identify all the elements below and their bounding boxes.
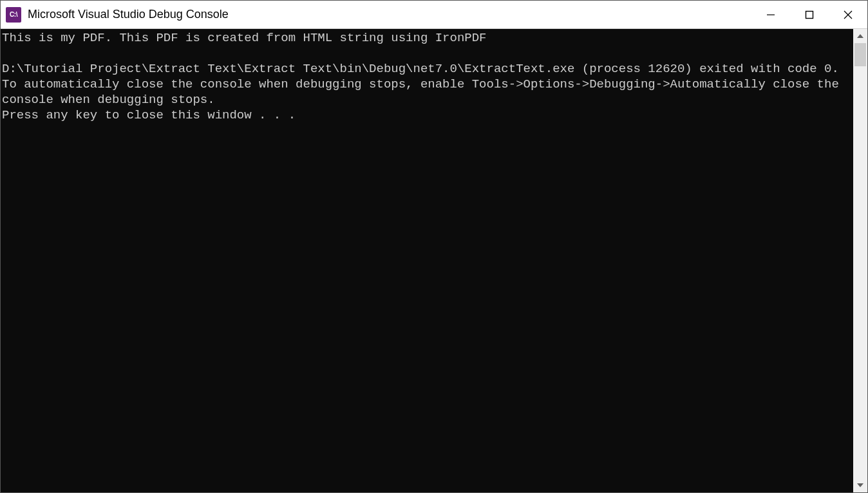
close-icon bbox=[844, 10, 853, 19]
scroll-track[interactable] bbox=[853, 43, 867, 478]
titlebar[interactable]: C:\ Microsoft Visual Studio Debug Consol… bbox=[1, 1, 867, 29]
minimize-icon bbox=[766, 10, 775, 19]
chevron-down-icon bbox=[857, 483, 863, 487]
close-button[interactable] bbox=[829, 1, 867, 28]
scroll-thumb[interactable] bbox=[854, 43, 866, 66]
svg-rect-1 bbox=[806, 11, 813, 18]
window-title: Microsoft Visual Studio Debug Console bbox=[28, 8, 751, 21]
chevron-up-icon bbox=[857, 34, 863, 38]
maximize-button[interactable] bbox=[790, 1, 829, 28]
minimize-button[interactable] bbox=[751, 1, 790, 28]
scroll-up-button[interactable] bbox=[853, 29, 867, 43]
app-icon: C:\ bbox=[6, 7, 21, 23]
vertical-scrollbar[interactable] bbox=[853, 29, 867, 492]
scroll-down-button[interactable] bbox=[853, 478, 867, 492]
console-output[interactable]: This is my PDF. This PDF is created from… bbox=[1, 29, 853, 492]
content-area: This is my PDF. This PDF is created from… bbox=[1, 29, 867, 492]
window-controls bbox=[751, 1, 867, 28]
maximize-icon bbox=[805, 10, 814, 19]
